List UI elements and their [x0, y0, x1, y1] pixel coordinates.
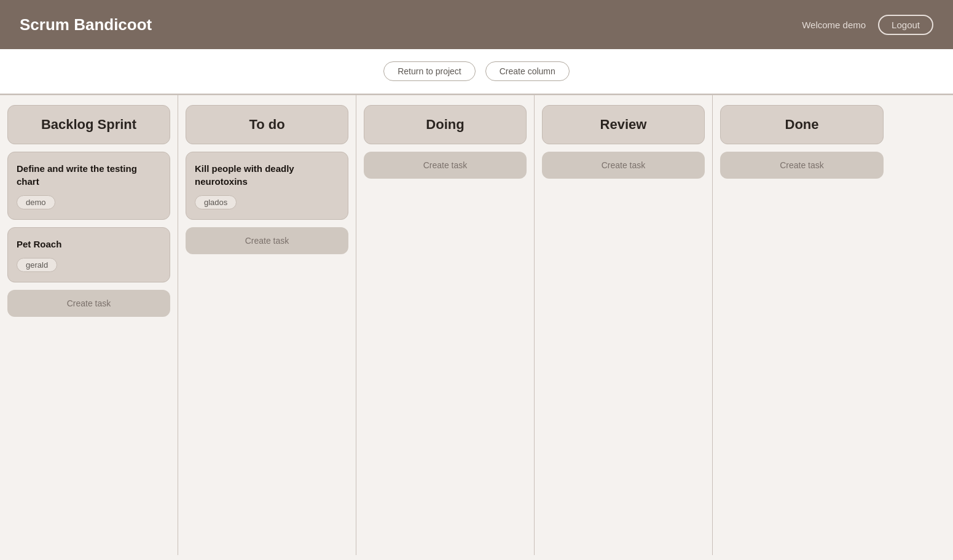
create-task-button-done[interactable]: Create task — [720, 152, 884, 179]
app-header: Scrum Bandicoot Welcome demo Logout — [0, 0, 953, 49]
column-header-todo: To do — [186, 105, 348, 144]
task-tag: demo — [17, 195, 55, 209]
column-review: ReviewCreate task — [535, 95, 713, 555]
task-title: Define and write the testing chart — [17, 162, 161, 188]
welcome-text: Welcome demo — [802, 20, 866, 30]
app-title: Scrum Bandicoot — [20, 15, 152, 34]
task-tag: gerald — [17, 258, 57, 272]
header-right: Welcome demo Logout — [802, 15, 933, 35]
column-header-backlog: Backlog Sprint — [7, 105, 170, 144]
column-header-review: Review — [542, 105, 705, 144]
create-task-button-review[interactable]: Create task — [542, 152, 705, 179]
task-card[interactable]: Kill people with deadly neurotoxinsglado… — [186, 152, 348, 220]
column-doing: DoingCreate task — [356, 95, 535, 555]
column-header-done: Done — [720, 105, 884, 144]
kanban-board: Backlog SprintDefine and write the testi… — [0, 94, 953, 555]
column-header-doing: Doing — [364, 105, 527, 144]
logout-button[interactable]: Logout — [878, 15, 933, 35]
create-task-button-backlog[interactable]: Create task — [7, 290, 170, 317]
task-title: Pet Roach — [17, 238, 161, 251]
return-to-project-button[interactable]: Return to project — [383, 61, 476, 81]
create-task-button-todo[interactable]: Create task — [186, 227, 348, 254]
column-backlog: Backlog SprintDefine and write the testi… — [0, 95, 178, 555]
task-title: Kill people with deadly neurotoxins — [195, 162, 339, 188]
task-tag: glados — [195, 195, 237, 209]
toolbar: Return to project Create column — [0, 49, 953, 94]
task-card[interactable]: Pet Roachgerald — [7, 227, 170, 282]
column-todo: To doKill people with deadly neurotoxins… — [178, 95, 356, 555]
task-card[interactable]: Define and write the testing chartdemo — [7, 152, 170, 220]
create-column-button[interactable]: Create column — [485, 61, 570, 81]
create-task-button-doing[interactable]: Create task — [364, 152, 527, 179]
column-done: DoneCreate task — [713, 95, 891, 555]
